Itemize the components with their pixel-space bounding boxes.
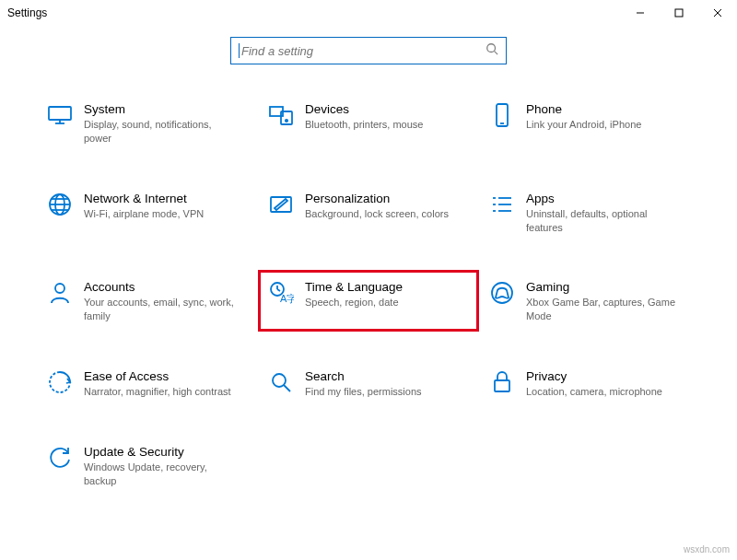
brush-icon bbox=[268, 192, 294, 217]
window-title: Settings bbox=[7, 6, 621, 19]
settings-item-text: Search Find my files, permissions bbox=[305, 368, 469, 399]
maximize-icon bbox=[674, 8, 684, 18]
settings-item-apps[interactable]: Apps Uninstall, defaults, optional featu… bbox=[479, 181, 700, 243]
settings-item-desc: Narrator, magnifier, high contrast bbox=[84, 385, 240, 399]
phone-icon bbox=[489, 102, 515, 128]
settings-item-system[interactable]: System Display, sound, notifications, po… bbox=[37, 92, 258, 154]
settings-item-desc: Your accounts, email, sync, work, family bbox=[84, 296, 240, 323]
gaming-icon bbox=[489, 280, 515, 306]
settings-item-desc: Windows Update, recovery, backup bbox=[84, 461, 240, 488]
globe-icon bbox=[47, 192, 73, 217]
settings-item-title: Time & Language bbox=[305, 280, 469, 294]
settings-item-title: System bbox=[84, 102, 248, 116]
settings-item-gaming[interactable]: Gaming Xbox Game Bar, captures, Game Mod… bbox=[479, 270, 700, 332]
close-button[interactable] bbox=[698, 0, 737, 26]
svg-point-26 bbox=[55, 284, 64, 293]
settings-item-title: Phone bbox=[526, 102, 690, 116]
settings-item-title: Ease of Access bbox=[84, 369, 248, 383]
settings-item-text: Update & Security Windows Update, recove… bbox=[84, 443, 248, 488]
settings-item-text: Network & Internet Wi-Fi, airplane mode,… bbox=[84, 190, 248, 221]
settings-item-title: Personalization bbox=[305, 192, 469, 205]
settings-item-privacy[interactable]: Privacy Location, camera, microphone bbox=[479, 359, 700, 407]
svg-line-29 bbox=[277, 289, 280, 291]
svg-rect-19 bbox=[271, 197, 291, 212]
settings-item-phone[interactable]: Phone Link your Android, iPhone bbox=[479, 92, 700, 154]
svg-line-33 bbox=[284, 385, 290, 391]
settings-item-desc: Wi-Fi, airplane mode, VPN bbox=[84, 207, 240, 221]
settings-item-text: Phone Link your Android, iPhone bbox=[526, 100, 690, 132]
settings-item-title: Network & Internet bbox=[84, 192, 248, 205]
search-input[interactable] bbox=[241, 44, 485, 58]
settings-item-ease-of-access[interactable]: Ease of Access Narrator, magnifier, high… bbox=[37, 359, 258, 407]
search-row bbox=[0, 37, 737, 64]
settings-item-desc: Location, camera, microphone bbox=[526, 385, 683, 399]
watermark: wsxdn.com bbox=[684, 544, 730, 554]
settings-item-text: Personalization Background, lock screen,… bbox=[305, 190, 469, 221]
settings-item-title: Gaming bbox=[526, 280, 690, 294]
apps-icon bbox=[489, 192, 515, 217]
settings-item-personalization[interactable]: Personalization Background, lock screen,… bbox=[258, 181, 479, 243]
settings-item-desc: Speech, region, date bbox=[305, 296, 462, 309]
minimize-button[interactable] bbox=[621, 0, 660, 26]
time-language-icon: A字 bbox=[268, 280, 294, 306]
settings-item-devices[interactable]: Devices Bluetooth, printers, mouse bbox=[258, 92, 479, 154]
maximize-button[interactable] bbox=[660, 0, 698, 26]
settings-item-text: Apps Uninstall, defaults, optional featu… bbox=[526, 190, 690, 235]
settings-item-desc: Background, lock screen, colors bbox=[305, 207, 462, 221]
svg-point-31 bbox=[492, 283, 512, 303]
ease-icon bbox=[47, 369, 73, 395]
svg-point-32 bbox=[273, 374, 286, 387]
settings-item-title: Devices bbox=[305, 102, 469, 116]
settings-item-title: Apps bbox=[526, 192, 690, 205]
settings-item-title: Search bbox=[305, 369, 469, 383]
person-icon bbox=[47, 280, 73, 306]
settings-item-network[interactable]: Network & Internet Wi-Fi, airplane mode,… bbox=[37, 181, 258, 243]
svg-point-11 bbox=[286, 120, 287, 122]
search-box[interactable] bbox=[230, 37, 507, 64]
search-icon bbox=[485, 42, 498, 59]
settings-item-search[interactable]: Search Find my files, permissions bbox=[258, 359, 479, 407]
minimize-icon bbox=[636, 8, 645, 18]
settings-item-desc: Display, sound, notifications, power bbox=[84, 118, 240, 146]
text-cursor bbox=[239, 43, 240, 58]
close-icon bbox=[713, 8, 722, 18]
settings-item-text: Gaming Xbox Game Bar, captures, Game Mod… bbox=[526, 278, 690, 323]
svg-rect-1 bbox=[675, 9, 683, 17]
settings-item-update-security[interactable]: Update & Security Windows Update, recove… bbox=[37, 435, 258, 496]
settings-item-text: Devices Bluetooth, printers, mouse bbox=[305, 100, 469, 132]
svg-line-5 bbox=[495, 52, 498, 55]
window-buttons bbox=[621, 0, 737, 26]
devices-icon bbox=[268, 102, 294, 128]
update-icon bbox=[47, 445, 73, 471]
svg-text:A字: A字 bbox=[280, 293, 294, 304]
svg-rect-6 bbox=[49, 107, 71, 120]
magnify-icon bbox=[268, 369, 294, 395]
settings-item-text: System Display, sound, notifications, po… bbox=[84, 100, 248, 146]
settings-item-text: Time & Language Speech, region, date bbox=[305, 278, 469, 309]
settings-item-desc: Link your Android, iPhone bbox=[526, 118, 683, 132]
settings-item-title: Accounts bbox=[84, 280, 248, 294]
system-icon bbox=[47, 102, 73, 128]
svg-rect-34 bbox=[495, 380, 509, 391]
lock-icon bbox=[489, 369, 515, 395]
settings-item-title: Update & Security bbox=[84, 445, 248, 459]
svg-point-4 bbox=[487, 44, 496, 52]
settings-item-accounts[interactable]: Accounts Your accounts, email, sync, wor… bbox=[37, 270, 258, 332]
settings-item-desc: Bluetooth, printers, mouse bbox=[305, 118, 462, 132]
titlebar: Settings bbox=[0, 0, 737, 26]
settings-item-text: Accounts Your accounts, email, sync, wor… bbox=[84, 278, 248, 323]
settings-item-text: Ease of Access Narrator, magnifier, high… bbox=[84, 368, 248, 399]
settings-item-desc: Uninstall, defaults, optional features bbox=[526, 207, 683, 235]
settings-item-desc: Find my files, permissions bbox=[305, 385, 462, 399]
settings-item-text: Privacy Location, camera, microphone bbox=[526, 368, 690, 399]
settings-item-desc: Xbox Game Bar, captures, Game Mode bbox=[526, 296, 683, 323]
settings-grid: System Display, sound, notifications, po… bbox=[0, 92, 737, 506]
settings-item-time-language[interactable]: A字 Time & Language Speech, region, date bbox=[258, 270, 479, 332]
settings-item-title: Privacy bbox=[526, 369, 690, 383]
